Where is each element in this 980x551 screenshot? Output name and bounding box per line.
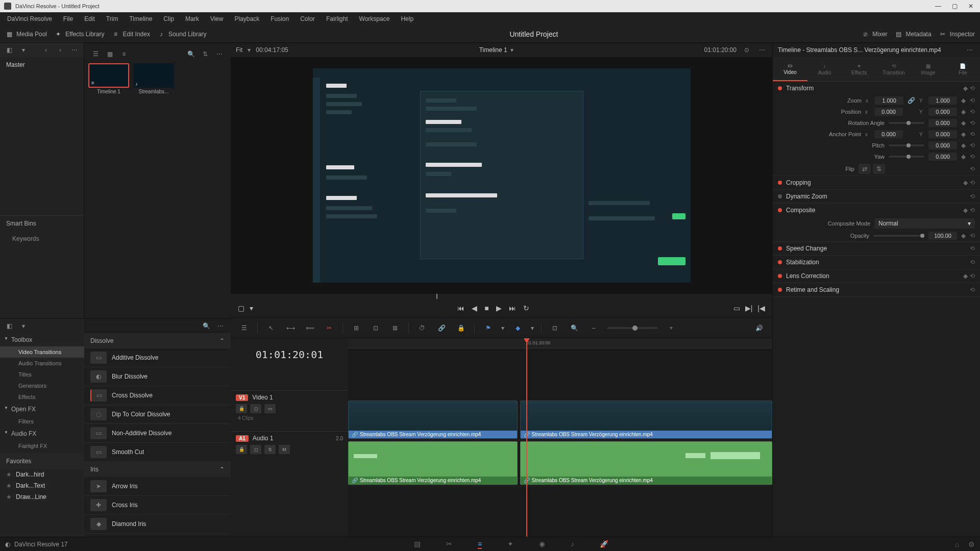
fx-panel-icon[interactable]: ◧ bbox=[4, 321, 14, 331]
opacity-slider[interactable]: .insp-slider[data-name="opacity-slider"]… bbox=[873, 235, 924, 237]
menu-edit[interactable]: Edit bbox=[79, 14, 100, 24]
openfx-category[interactable]: Open FX bbox=[0, 403, 84, 416]
chevron-down-icon[interactable]: ▾ bbox=[18, 321, 29, 331]
effects-item[interactable]: Effects bbox=[0, 391, 84, 403]
fx-cross-dissolve[interactable]: ▭Cross Dissolve bbox=[84, 386, 231, 405]
insert-clip-icon[interactable]: ⊞ bbox=[350, 322, 362, 334]
viewer-tc-right[interactable]: 01:01:20:00 bbox=[704, 46, 737, 54]
viewer-options-icon[interactable]: ⋯ bbox=[757, 45, 767, 55]
media-pool-toggle[interactable]: ▦ Media Pool bbox=[5, 30, 47, 38]
speed-change-section-header[interactable]: Speed Change ⟲ bbox=[773, 242, 980, 255]
chevron-down-icon[interactable]: ▾ bbox=[501, 324, 504, 332]
reset-icon[interactable]: ⟲ bbox=[970, 245, 975, 252]
menu-timeline[interactable]: Timeline bbox=[124, 14, 157, 24]
reset-icon[interactable]: ⟲ bbox=[970, 232, 975, 239]
fx-dip-to-color[interactable]: ◌Dip To Color Dissolve bbox=[84, 405, 231, 424]
keyframe-icon[interactable]: ◆ bbox=[961, 119, 966, 127]
inspector-options-icon[interactable]: ⋯ bbox=[965, 45, 975, 55]
keyframe-icon[interactable]: ◆ bbox=[963, 179, 968, 186]
enable-dot-icon[interactable] bbox=[778, 194, 782, 198]
options-icon[interactable]: ⋯ bbox=[69, 45, 80, 55]
next-frame-icon[interactable]: ⏭ bbox=[509, 304, 516, 312]
replace-clip-icon[interactable]: ⊠ bbox=[389, 322, 401, 334]
opacity-input[interactable]: 100.00 bbox=[928, 232, 957, 240]
prev-frame-icon[interactable]: ◀ bbox=[472, 304, 477, 312]
keyframe-icon[interactable]: ◆ bbox=[961, 131, 966, 138]
reset-icon[interactable]: ⟲ bbox=[970, 108, 975, 115]
viewer-tc-left[interactable]: 00:04:17:05 bbox=[256, 46, 288, 54]
retime-icon[interactable]: ⏱ bbox=[416, 322, 428, 334]
bypass-icon[interactable]: ⊙ bbox=[742, 45, 752, 55]
menu-trim[interactable]: Trim bbox=[101, 14, 124, 24]
media-page-icon[interactable]: ▤ bbox=[414, 540, 421, 549]
enable-dot-icon[interactable] bbox=[778, 181, 782, 185]
dynamic-zoom-section-header[interactable]: Dynamic Zoom ⟲ bbox=[773, 190, 980, 203]
media-thumb-timeline1[interactable]: ≡ Timeline 1 bbox=[88, 63, 129, 94]
loop-icon[interactable]: ↻ bbox=[523, 304, 529, 312]
maximize-button[interactable]: ▢ bbox=[949, 1, 960, 11]
link-icon[interactable]: 🔗 bbox=[908, 97, 915, 104]
edit-index-toggle[interactable]: ≡ Edit Index bbox=[112, 30, 150, 38]
enable-dot-icon[interactable] bbox=[778, 208, 782, 212]
reset-icon[interactable]: ⟲ bbox=[970, 286, 975, 293]
filters-item[interactable]: Filters bbox=[0, 416, 84, 427]
list-view-icon[interactable]: ☰ bbox=[90, 49, 101, 59]
edit-page-icon[interactable]: ≡ bbox=[478, 540, 482, 549]
minimize-button[interactable]: — bbox=[933, 1, 943, 11]
pos-y-input[interactable]: 0.000 bbox=[928, 108, 957, 116]
menu-color[interactable]: Color bbox=[295, 14, 320, 24]
jog-icon[interactable]: ▭ bbox=[733, 304, 740, 312]
enable-dot-icon[interactable] bbox=[778, 246, 782, 251]
menu-clip[interactable]: Clip bbox=[158, 14, 179, 24]
search-icon[interactable]: 🔍 bbox=[186, 49, 196, 59]
pitch-slider[interactable] bbox=[889, 144, 924, 146]
lock-track-icon[interactable]: 🔒 bbox=[236, 404, 247, 413]
menu-view[interactable]: View bbox=[205, 14, 229, 24]
chevron-down-icon[interactable]: ▾ bbox=[18, 45, 29, 55]
fit-dropdown[interactable]: Fit bbox=[236, 46, 242, 54]
menu-davinci-resolve[interactable]: DaVinci Resolve bbox=[2, 14, 57, 24]
sort-icon[interactable]: ⇅ bbox=[200, 49, 210, 59]
yaw-input[interactable]: 0.000 bbox=[928, 153, 957, 161]
chevron-down-icon[interactable]: ▾ bbox=[531, 324, 534, 332]
fairlight-page-icon[interactable]: ♪ bbox=[571, 540, 574, 549]
zoom-x-input[interactable]: 1.000 bbox=[875, 96, 903, 105]
reset-icon[interactable]: ⟲ bbox=[970, 153, 975, 160]
detail-zoom-icon[interactable]: 🔍 bbox=[568, 322, 580, 334]
lens-correction-section-header[interactable]: Lens Correction ◆⟲ bbox=[773, 269, 980, 283]
menu-mark[interactable]: Mark bbox=[180, 14, 204, 24]
a1-badge[interactable]: A1 bbox=[236, 435, 249, 442]
reset-icon[interactable]: ⟲ bbox=[970, 179, 975, 186]
iris-group[interactable]: Iris ⌃ bbox=[84, 462, 231, 477]
strip-view-icon[interactable]: ≡ bbox=[119, 49, 129, 59]
mute-icon[interactable]: M bbox=[279, 445, 290, 454]
bin-view-icon[interactable]: ◧ bbox=[4, 45, 14, 55]
audio-transitions-item[interactable]: Audio Transitions bbox=[0, 358, 84, 369]
nav-fwd-icon[interactable]: › bbox=[55, 45, 65, 55]
pitch-input[interactable]: 0.000 bbox=[928, 141, 957, 149]
favorite-item[interactable]: ★Dark...hird bbox=[0, 469, 84, 480]
toolbox-category[interactable]: Toolbox bbox=[0, 333, 84, 346]
reset-icon[interactable]: ⟲ bbox=[970, 193, 975, 200]
lock-track-icon[interactable]: 🔒 bbox=[236, 445, 247, 454]
fx-additive-dissolve[interactable]: ▭Additive Dissolve bbox=[84, 348, 231, 367]
reset-icon[interactable]: ⟲ bbox=[970, 119, 975, 127]
enable-dot-icon[interactable] bbox=[778, 260, 782, 264]
v1-badge[interactable]: V1 bbox=[236, 394, 248, 401]
flag-icon[interactable]: ⚑ bbox=[482, 322, 494, 334]
fx-smooth-cut[interactable]: ▭Smooth Cut bbox=[84, 443, 231, 462]
rotation-slider[interactable] bbox=[889, 122, 924, 124]
tab-effects[interactable]: ✦Effects bbox=[842, 57, 876, 81]
reset-icon[interactable]: ⟲ bbox=[970, 97, 975, 104]
dynamic-trim-icon[interactable]: ⟸ bbox=[304, 322, 316, 334]
disable-video-icon[interactable]: ▭ bbox=[264, 404, 276, 413]
zoom-slider[interactable] bbox=[607, 327, 658, 329]
zoom-y-input[interactable]: 1.000 bbox=[928, 96, 957, 105]
menu-fairlight[interactable]: Fairlight bbox=[321, 14, 353, 24]
video-transitions-item[interactable]: Video Transitions bbox=[0, 346, 84, 358]
favorite-item[interactable]: ★Draw...Line bbox=[0, 491, 84, 503]
transform-section-header[interactable]: Transform ◆⟲ bbox=[773, 82, 980, 95]
menu-workspace[interactable]: Workspace bbox=[354, 14, 395, 24]
timeline-ruler[interactable]: 01:01:20:00 bbox=[348, 338, 772, 348]
flip-h-button[interactable]: ⇄ bbox=[859, 164, 871, 174]
